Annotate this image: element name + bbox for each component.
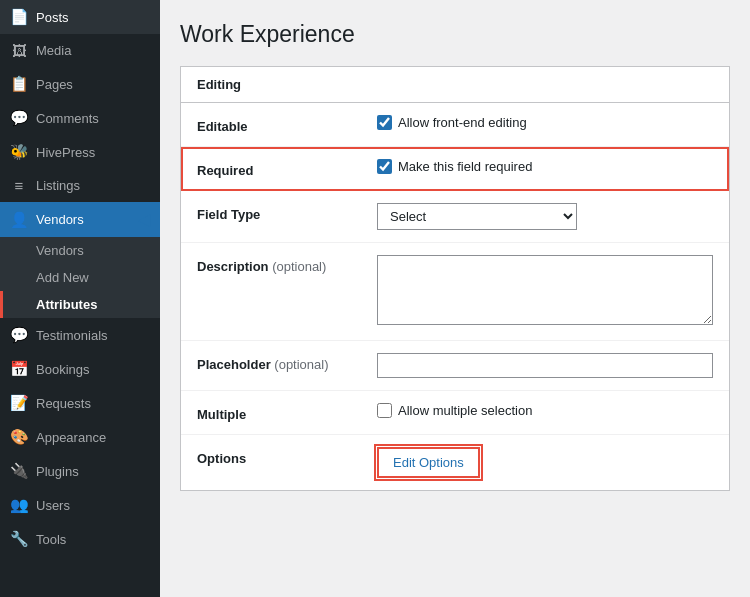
sidebar-item-comments[interactable]: 💬 Comments [0, 101, 160, 135]
checkbox-multiple-text: Allow multiple selection [398, 403, 532, 418]
sidebar-item-label: Posts [36, 10, 69, 25]
comments-icon: 💬 [10, 109, 28, 127]
checkbox-required[interactable] [377, 159, 392, 174]
sidebar-item-vendors[interactable]: 👤 Vendors ◀ [0, 202, 160, 237]
sidebar-item-bookings[interactable]: 📅 Bookings [0, 352, 160, 386]
checkbox-multiple[interactable] [377, 403, 392, 418]
control-required: Make this field required [377, 159, 713, 174]
sidebar-item-label: Pages [36, 77, 73, 92]
vendors-arrow-icon: ◀ [138, 210, 150, 229]
sidebar-item-hivepress[interactable]: 🐝 HivePress [0, 135, 160, 169]
sidebar-item-label: Requests [36, 396, 91, 411]
sidebar-item-label: Media [36, 43, 71, 58]
control-description [377, 255, 713, 328]
checkbox-editable[interactable] [377, 115, 392, 130]
form-row-description: Description (optional) [181, 243, 729, 341]
label-editable: Editable [197, 115, 377, 134]
vendors-submenu: Vendors Add New Attributes [0, 237, 160, 318]
sidebar-sub-vendors[interactable]: Vendors [0, 237, 160, 264]
editing-section-header: Editing [181, 67, 729, 103]
checkbox-editable-text: Allow front-end editing [398, 115, 527, 130]
label-description: Description (optional) [197, 255, 377, 274]
sidebar-item-appearance[interactable]: 🎨 Appearance [0, 420, 160, 454]
requests-icon: 📝 [10, 394, 28, 412]
control-field-type: Select [377, 203, 713, 230]
sidebar-sub-add-new[interactable]: Add New [0, 264, 160, 291]
label-required: Required [197, 159, 377, 178]
textarea-description[interactable] [377, 255, 713, 325]
vendors-icon: 👤 [10, 211, 28, 229]
testimonials-icon: 💬 [10, 326, 28, 344]
bookings-icon: 📅 [10, 360, 28, 378]
posts-icon: 📄 [10, 8, 28, 26]
select-field-type[interactable]: Select [377, 203, 577, 230]
edit-options-button[interactable]: Edit Options [377, 447, 480, 478]
sidebar-item-label: Listings [36, 178, 80, 193]
sidebar-item-users[interactable]: 👥 Users [0, 488, 160, 522]
sidebar-item-label: Comments [36, 111, 99, 126]
form-row-field-type: Field Type Select [181, 191, 729, 243]
sidebar-item-listings[interactable]: ≡ Listings [0, 169, 160, 202]
form-row-required: Required Make this field required [181, 147, 729, 191]
control-options: Edit Options [377, 447, 713, 478]
sidebar-item-pages[interactable]: 📋 Pages [0, 67, 160, 101]
users-icon: 👥 [10, 496, 28, 514]
sidebar-item-label: Vendors [36, 212, 84, 227]
hivepress-icon: 🐝 [10, 143, 28, 161]
sidebar-item-posts[interactable]: 📄 Posts [0, 0, 160, 34]
checkbox-required-label[interactable]: Make this field required [377, 159, 532, 174]
label-multiple: Multiple [197, 403, 377, 422]
label-description-optional: (optional) [272, 259, 326, 274]
page-title: Work Experience [180, 20, 730, 50]
checkbox-required-text: Make this field required [398, 159, 532, 174]
control-editable: Allow front-end editing [377, 115, 713, 130]
control-placeholder [377, 353, 713, 378]
listings-icon: ≡ [10, 177, 28, 194]
sidebar-item-label: Appearance [36, 430, 106, 445]
label-placeholder: Placeholder (optional) [197, 353, 377, 372]
sidebar-item-requests[interactable]: 📝 Requests [0, 386, 160, 420]
checkbox-multiple-label[interactable]: Allow multiple selection [377, 403, 532, 418]
sidebar-item-tools[interactable]: 🔧 Tools [0, 522, 160, 556]
plugins-icon: 🔌 [10, 462, 28, 480]
form-row-options: Options Edit Options [181, 435, 729, 490]
sidebar-item-label: Tools [36, 532, 66, 547]
sidebar-item-plugins[interactable]: 🔌 Plugins [0, 454, 160, 488]
tools-icon: 🔧 [10, 530, 28, 548]
label-options: Options [197, 447, 377, 466]
media-icon: 🖼 [10, 42, 28, 59]
form-row-editable: Editable Allow front-end editing [181, 103, 729, 147]
sidebar-item-label: Plugins [36, 464, 79, 479]
main-content: Work Experience Editing Editable Allow f… [160, 0, 750, 597]
sidebar-item-label: Testimonials [36, 328, 108, 343]
appearance-icon: 🎨 [10, 428, 28, 446]
input-placeholder[interactable] [377, 353, 713, 378]
checkbox-editable-label[interactable]: Allow front-end editing [377, 115, 527, 130]
sidebar-item-label: Bookings [36, 362, 89, 377]
form-row-placeholder: Placeholder (optional) [181, 341, 729, 391]
pages-icon: 📋 [10, 75, 28, 93]
label-placeholder-optional: (optional) [274, 357, 328, 372]
form-row-multiple: Multiple Allow multiple selection [181, 391, 729, 435]
sidebar-sub-attributes[interactable]: Attributes [0, 291, 160, 318]
form-table: Editing Editable Allow front-end editing… [180, 66, 730, 491]
label-field-type: Field Type [197, 203, 377, 222]
sidebar-item-label: HivePress [36, 145, 95, 160]
sidebar: 📄 Posts 🖼 Media 📋 Pages 💬 Comments 🐝 Hiv… [0, 0, 160, 597]
control-multiple: Allow multiple selection [377, 403, 713, 418]
sidebar-item-label: Users [36, 498, 70, 513]
sidebar-item-media[interactable]: 🖼 Media [0, 34, 160, 67]
sidebar-item-testimonials[interactable]: 💬 Testimonials [0, 318, 160, 352]
